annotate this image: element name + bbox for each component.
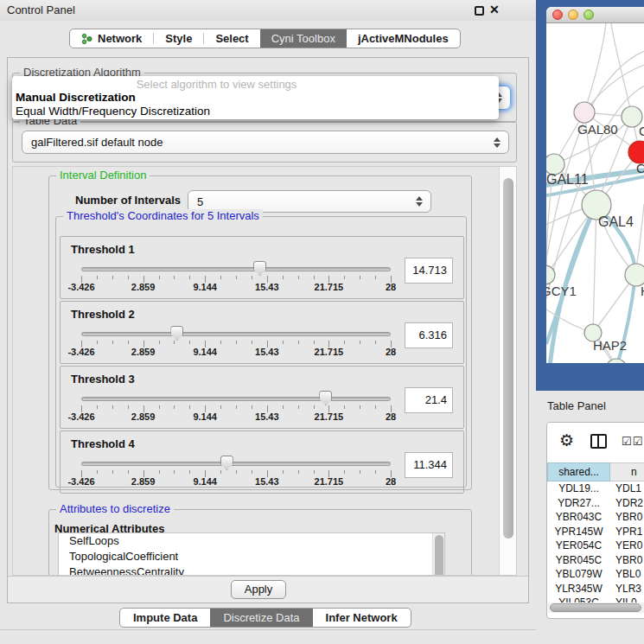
tick-mark [314, 405, 315, 409]
algorithm-dropdown-popup: Select algorithm to view settings Manual… [12, 76, 499, 119]
threshold-label: Threshold 1 [71, 243, 135, 256]
tick-label: 21.715 [315, 411, 344, 422]
select-columns-icon[interactable]: ☑☑ [622, 435, 643, 448]
tick-mark [189, 405, 190, 409]
threshold-slider[interactable]: -3.4262.8599.14415.4321.71528 [81, 391, 391, 425]
scrollbar-thumb[interactable] [503, 178, 513, 539]
dropdown-option[interactable]: Manual Discretization [16, 91, 136, 104]
float-window-icon[interactable] [475, 6, 484, 16]
close-button[interactable] [552, 10, 563, 20]
tick-label: -3.426 [67, 347, 94, 357]
network-icon [81, 33, 92, 45]
numerical-attributes-list[interactable]: SelfLoopsTopologicalCoefficientBetweenne… [58, 532, 445, 576]
slider-thumb[interactable] [220, 456, 233, 470]
tick-mark [189, 276, 190, 279]
tick-mark [314, 341, 315, 344]
tick-label: 2.859 [131, 282, 156, 292]
slider-track[interactable] [81, 397, 391, 401]
table-data-combobox[interactable]: galFiltered.sif default node [22, 131, 509, 154]
node-label-C: C [636, 161, 644, 175]
table-row[interactable]: YBL079WYBL0 [547, 567, 644, 582]
spinner-arrows-icon [494, 137, 501, 148]
tick-label: 28 [386, 476, 396, 487]
network-edge[interactable] [584, 64, 644, 112]
tab-network[interactable]: Network [70, 29, 153, 48]
column-view-icon[interactable] [590, 434, 607, 449]
zoom-button[interactable] [583, 10, 594, 20]
slider-thumb[interactable] [170, 326, 183, 341]
threshold-slider[interactable]: -3.4262.8599.14415.4321.71528 [81, 456, 391, 490]
tab-impute-data[interactable]: Impute Data [120, 609, 210, 627]
threshold-value-field[interactable]: 6.316 [405, 322, 453, 348]
tick-label: 15.43 [255, 347, 279, 357]
column-header-name[interactable]: n [610, 462, 644, 481]
threshold-label: Threshold 3 [71, 373, 135, 386]
node-label-GCY1: GCY1 [546, 284, 577, 298]
table-row[interactable]: YLR345WYLR3 [547, 582, 644, 596]
network-node-node-bottom[interactable] [606, 359, 627, 363]
vertical-scrollbar[interactable] [499, 167, 517, 576]
table-row[interactable]: YDL19...YDL1 [547, 481, 644, 496]
tick-label: 15.43 [255, 411, 279, 422]
tick-mark [298, 405, 299, 409]
tab-style[interactable]: Style [154, 29, 203, 48]
dropdown-option[interactable]: Equal Width/Frequency Discretization [16, 105, 210, 118]
node-label-H: H [641, 284, 644, 298]
tick-mark [344, 470, 345, 474]
tab-cyni-toolbox[interactable]: Cyni Toolbox [260, 29, 347, 48]
tick-label: -3.426 [67, 476, 94, 487]
slider-track[interactable] [81, 332, 391, 336]
horizontal-scrollbar[interactable] [548, 603, 644, 613]
tab-discretize-data[interactable]: Discretize Data [210, 609, 312, 627]
network-canvas[interactable]: GAL80GCGAL11GAL4GCY1HHAP2 [546, 23, 644, 363]
table-row[interactable]: YER054CYER0 [547, 539, 644, 553]
list-item[interactable]: TopologicalCoefficient [59, 549, 444, 564]
list-scrollbar[interactable] [432, 533, 444, 576]
number-of-intervals-label: Number of Intervals [75, 194, 181, 207]
tick-mark [159, 276, 160, 279]
apply-row: Apply [8, 576, 528, 603]
table-row[interactable]: YBR043CYBR0 [547, 510, 644, 525]
threshold-value-field[interactable]: 14.713 [405, 258, 453, 284]
slider-track[interactable] [81, 267, 391, 271]
slider-thumb[interactable] [253, 261, 266, 276]
threshold-panel: Threshold 2-3.4262.8599.14415.4321.71528… [60, 301, 464, 364]
column-header-shared[interactable]: shared... [547, 462, 610, 481]
tab-jactivemnodules[interactable]: jActiveMNodules [347, 29, 460, 48]
slider-thumb[interactable] [319, 391, 332, 405]
close-icon[interactable]: ✕ [489, 3, 500, 16]
tick-mark [314, 470, 315, 474]
apply-button[interactable]: Apply [231, 580, 286, 599]
tick-label: 9.144 [193, 282, 217, 292]
tick-mark [360, 470, 360, 474]
threshold-value-field[interactable]: 11.344 [405, 452, 453, 478]
network-node-GAL80[interactable] [574, 102, 595, 123]
slider-track[interactable] [81, 462, 391, 466]
scrollbar-thumb[interactable] [435, 535, 443, 576]
table-row[interactable]: YDR27...YDR2 [547, 496, 644, 511]
threshold-slider[interactable]: -3.4262.8599.14415.4321.71528 [81, 261, 391, 296]
settings-gear-icon[interactable]: ⚙ [559, 430, 574, 450]
threshold-slider[interactable]: -3.4262.8599.14415.4321.71528 [81, 326, 391, 360]
network-edge[interactable] [593, 205, 596, 333]
table-row[interactable]: YBR045CYBR0 [547, 553, 644, 568]
table-row[interactable]: YPR145WYPR1 [547, 525, 644, 539]
attributes-group-title: Attributes to discretize [56, 502, 174, 515]
tick-label: 2.859 [131, 476, 156, 487]
tick-mark [360, 276, 360, 279]
list-item[interactable]: BetweennessCentrality [59, 564, 444, 576]
tab-infer-network[interactable]: Infer Network [313, 609, 411, 627]
minimize-button[interactable] [568, 10, 578, 20]
scrollbar-thumb[interactable] [550, 603, 641, 612]
threshold-value-field[interactable]: 21.4 [405, 387, 453, 413]
network-edge[interactable] [611, 23, 632, 117]
slider-tick-labels: -3.4262.8599.14415.4321.71528 [81, 347, 391, 359]
tick-mark [360, 405, 360, 409]
tick-mark [128, 276, 129, 279]
tick-mark [314, 276, 315, 279]
tab-select[interactable]: Select [204, 29, 259, 48]
tick-label: -3.426 [67, 282, 94, 292]
dropdown-hint: Select algorithm to view settings [12, 78, 421, 91]
list-item[interactable]: SelfLoops [59, 533, 444, 549]
tick-mark [97, 276, 98, 279]
